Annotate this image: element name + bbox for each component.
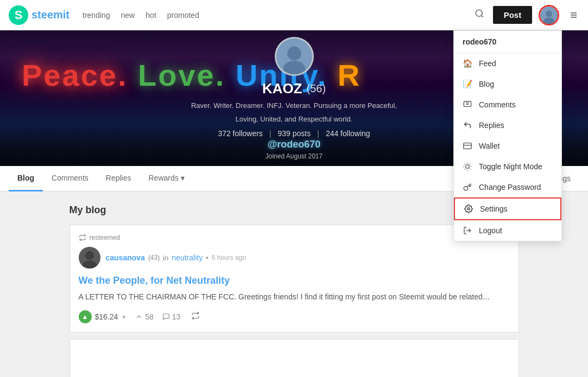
settings-icon (464, 204, 473, 214)
header-right: Post ≡ (472, 5, 579, 25)
tab-blog[interactable]: Blog (9, 166, 43, 191)
post-actions: ▲ $16.24 ▼ 58 13 (79, 310, 510, 323)
dropdown-item-logout[interactable]: Logout (454, 220, 561, 241)
author-info: causanova (43) in neutrality • 6 hours a… (106, 253, 246, 262)
svg-point-25 (283, 61, 305, 76)
resteem-icon-small (79, 234, 86, 241)
dot-separator: • (206, 254, 208, 262)
replies-icon (463, 120, 472, 130)
svg-point-24 (287, 46, 301, 60)
upvote-button[interactable]: ▲ (79, 310, 92, 323)
author-in-label: in (163, 254, 168, 262)
logo-area[interactable]: S steemit (9, 5, 69, 25)
upvotes-number: 58 (145, 312, 154, 321)
user-dropdown-menu: rodeo670 🏠 Feed 📝 Blog Comments Replies … (453, 30, 562, 241)
header: S steemit trending new hot promoted Post… (0, 0, 588, 30)
profile-posts[interactable]: 939 posts (278, 129, 311, 138)
svg-line-19 (465, 169, 465, 169)
dropdown-comments-label: Comments (479, 100, 516, 109)
comments-icon-small (162, 313, 170, 321)
vote-amount: $16.24 (95, 312, 118, 321)
steemit-logo-icon: S (9, 5, 28, 25)
nav-promoted[interactable]: promoted (167, 11, 199, 20)
logo-text: steemit (31, 9, 69, 21)
tab-rewards[interactable]: Rewards ▾ (140, 166, 193, 191)
dropdown-settings-label: Settings (480, 205, 508, 213)
profile-joined: Joined August 2017 (191, 152, 397, 160)
dropdown-item-feed[interactable]: 🏠 Feed (454, 53, 561, 74)
dropdown-item-settings[interactable]: Settings (454, 197, 561, 220)
dropdown-item-change-password[interactable]: Change Password (454, 177, 561, 197)
upvotes-count: 58 (135, 312, 154, 321)
comments-count[interactable]: 13 (162, 312, 181, 321)
author-avatar-image (79, 247, 100, 269)
user-avatar-button[interactable] (539, 5, 559, 25)
upvote-count-icon (135, 313, 143, 321)
svg-point-27 (85, 251, 94, 260)
resteem-button[interactable] (191, 311, 200, 322)
nav-trending[interactable]: trending (83, 11, 110, 20)
svg-point-12 (466, 165, 470, 169)
dropdown-wallet-label: Wallet (479, 142, 500, 150)
my-blog-title: My blog (69, 205, 519, 216)
dropdown-item-replies[interactable]: Replies (454, 115, 561, 136)
dropdown-blog-label: Blog (479, 80, 494, 88)
blog-icon: 📝 (463, 79, 472, 89)
dropdown-feed-label: Feed (479, 59, 496, 68)
search-icon (475, 9, 484, 18)
post-time: 6 hours ago (212, 254, 246, 261)
author-avatar (79, 247, 100, 269)
profile-avatar (275, 37, 314, 76)
svg-line-15 (465, 164, 465, 164)
dropdown-replies-label: Replies (479, 121, 504, 130)
profile-info: KAOZ (56) Raver. Writer. Dreamer. INFJ. … (191, 37, 397, 160)
night-mode-icon (463, 162, 472, 171)
feed-icon: 🏠 (463, 59, 472, 68)
tab-replies[interactable]: Replies (97, 166, 140, 191)
logout-icon (463, 226, 472, 235)
resteem-action-icon (191, 311, 200, 320)
post-card-second (69, 339, 519, 377)
post-button[interactable]: Post (493, 6, 533, 24)
vote-dropdown-button[interactable]: ▼ (121, 314, 127, 320)
profile-stats: 372 followers | 939 posts | 244 followin… (191, 129, 397, 138)
wallet-icon (463, 141, 472, 151)
vote-action: ▲ $16.24 ▼ (79, 310, 127, 323)
tab-comments[interactable]: Comments (43, 166, 97, 191)
dropdown-night-mode-label: Toggle Night Mode (479, 162, 542, 171)
dropdown-item-comments[interactable]: Comments (454, 94, 561, 115)
dropdown-item-wallet[interactable]: Wallet (454, 136, 561, 156)
hamburger-button[interactable]: ≡ (568, 6, 579, 24)
profile-handle: @rodeo670 (191, 139, 397, 150)
svg-line-20 (470, 164, 470, 164)
dropdown-username: rodeo670 (454, 31, 561, 53)
author-rep: (43) (148, 254, 160, 261)
search-button[interactable] (472, 7, 486, 23)
dropdown-change-password-label: Change Password (479, 183, 541, 191)
profile-name: KAOZ (262, 80, 302, 97)
svg-line-3 (481, 15, 483, 17)
profile-bio-line1: Raver. Writer. Dreamer. INFJ. Veteran. P… (191, 100, 397, 111)
profile-reputation: (56) (307, 82, 326, 95)
dropdown-item-blog[interactable]: 📝 Blog (454, 74, 561, 94)
nav-new[interactable]: new (121, 11, 135, 20)
main-nav: trending new hot promoted (83, 11, 472, 20)
nav-hot[interactable]: hot (146, 11, 156, 20)
dropdown-logout-label: Logout (479, 226, 502, 235)
svg-rect-10 (464, 143, 472, 149)
post-card: resteemed causanova (43) in neutrality •… (69, 225, 519, 333)
profile-followers[interactable]: 372 followers (218, 129, 263, 138)
post-excerpt: A LETTER TO THE CHAIRMAN OF THE FCC. Gre… (79, 291, 510, 303)
change-password-icon (463, 182, 472, 192)
banner-peace-text: Peace. (22, 58, 128, 92)
post-author-row: causanova (43) in neutrality • 6 hours a… (79, 247, 510, 269)
author-category[interactable]: neutrality (172, 253, 203, 262)
author-name[interactable]: causanova (106, 253, 145, 262)
dropdown-item-night-mode[interactable]: Toggle Night Mode (454, 156, 561, 177)
post-title[interactable]: We the People, for Net Neutrality (79, 275, 510, 286)
svg-line-16 (470, 169, 470, 169)
comments-number: 13 (172, 312, 181, 321)
svg-text:S: S (15, 8, 23, 22)
profile-following[interactable]: 244 following (326, 129, 370, 138)
svg-point-2 (476, 10, 482, 16)
